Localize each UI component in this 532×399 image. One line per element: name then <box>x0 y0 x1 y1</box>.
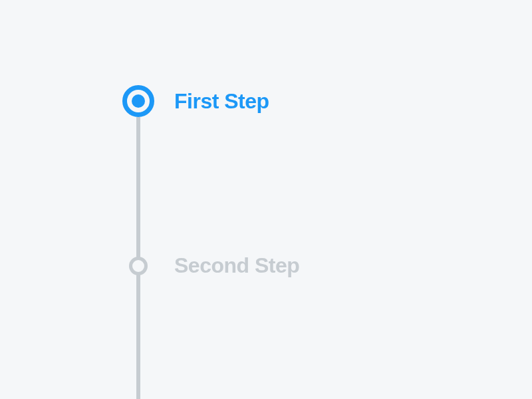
step-connector-line <box>136 271 140 399</box>
step-indicator-active-icon <box>122 85 154 117</box>
step-label: Second Step <box>174 253 299 278</box>
step-inner-dot-icon <box>132 94 145 108</box>
step-item-first[interactable]: First Step <box>122 85 299 117</box>
step-indicator-inactive-icon <box>129 257 148 275</box>
step-connector-line <box>136 117 140 262</box>
step-item-second[interactable]: Second Step <box>122 253 299 278</box>
vertical-stepper: First Step Second Step <box>122 85 299 278</box>
step-label: First Step <box>174 89 269 114</box>
